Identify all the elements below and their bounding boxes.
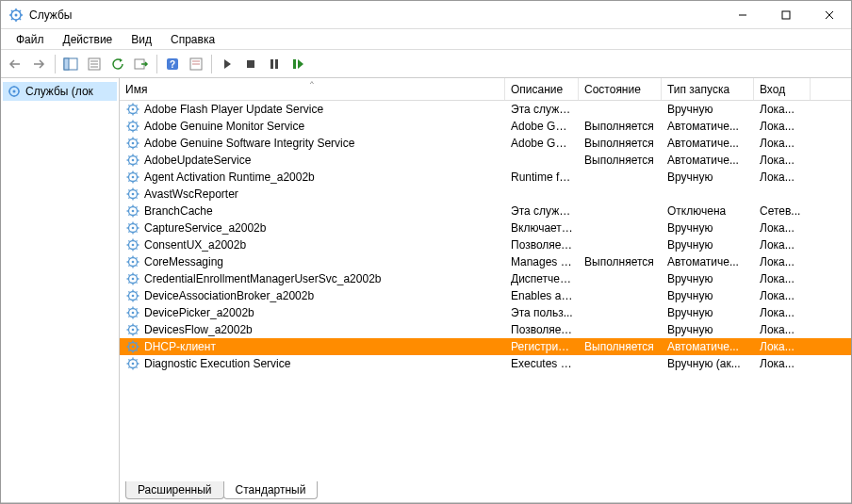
menu-file[interactable]: Файл (7, 31, 54, 48)
help-button[interactable]: ? (161, 53, 184, 75)
svg-point-67 (132, 159, 135, 162)
service-row[interactable]: CoreMessagingManages c...ВыполняетсяАвто… (120, 253, 851, 270)
svg-line-143 (137, 283, 138, 284)
service-row[interactable]: DevicesFlow_a2002bПозволяет...ВручнуюЛок… (120, 321, 851, 338)
service-name-cell: Agent Activation Runtime_a2002b (120, 169, 505, 186)
titlebar: Службы (1, 1, 851, 29)
nav-back-button[interactable] (5, 53, 27, 75)
svg-point-87 (132, 193, 135, 196)
service-row[interactable]: DeviceAssociationBroker_a2002bEnables ap… (120, 287, 851, 304)
svg-line-7 (20, 18, 22, 20)
service-startup-cell: Вручную (662, 305, 754, 320)
service-state-cell (579, 210, 662, 212)
service-name: AdobeUpdateService (144, 154, 251, 167)
svg-line-194 (128, 367, 129, 368)
stop-button[interactable] (239, 53, 262, 75)
service-row[interactable]: Agent Activation Runtime_a2002bRuntime f… (120, 169, 851, 186)
service-row[interactable]: AdobeUpdateServiceВыполняетсяАвтоматиче.… (120, 152, 851, 169)
properties-alt-button[interactable] (185, 53, 207, 75)
pause-button[interactable] (263, 53, 286, 75)
svg-line-85 (137, 172, 138, 173)
column-name[interactable]: ^Имя (120, 78, 505, 100)
tree-root-label: Службы (лок (25, 85, 93, 98)
nav-forward-button[interactable] (28, 53, 51, 75)
service-name-cell: AvastWscReporter (120, 186, 505, 203)
service-row[interactable]: DevicePicker_a2002bЭта польз...ВручнуюЛо… (120, 304, 851, 321)
svg-line-92 (128, 189, 129, 190)
svg-rect-27 (270, 59, 273, 69)
column-logon[interactable]: Вход (754, 78, 811, 100)
gear-icon (125, 322, 140, 337)
tab-extended[interactable]: Расширенный (125, 481, 224, 499)
menu-view[interactable]: Вид (122, 31, 161, 48)
column-description[interactable]: Описание (505, 78, 579, 100)
svg-line-63 (137, 147, 138, 148)
service-row[interactable]: BranchCacheЭта служб...ОтключенаСетев... (120, 203, 851, 219)
export-button[interactable] (130, 53, 153, 75)
svg-line-114 (128, 232, 129, 233)
tree-pane[interactable]: Службы (лок (1, 78, 120, 502)
tab-standard[interactable]: Стандартный (223, 481, 319, 499)
service-row[interactable]: ConsentUX_a2002bПозволяет...ВручнуюЛока.… (120, 236, 851, 253)
toolbar-separator (211, 55, 212, 73)
gear-icon (125, 153, 140, 168)
svg-line-164 (128, 317, 129, 317)
service-startup-cell: Автоматиче... (662, 136, 754, 151)
svg-line-113 (137, 232, 138, 233)
service-state-cell (579, 244, 662, 246)
maximize-button[interactable] (764, 1, 808, 29)
svg-line-122 (128, 240, 129, 241)
service-row[interactable]: DHCP-клиентРегистрир...ВыполняетсяАвтома… (120, 338, 851, 355)
svg-line-142 (128, 274, 129, 275)
service-name-cell: Adobe Flash Player Update Service (120, 101, 505, 118)
svg-line-155 (137, 291, 138, 292)
svg-line-42 (128, 105, 129, 106)
service-row[interactable]: Diagnostic Execution ServiceExecutes di.… (120, 355, 851, 372)
svg-line-192 (128, 359, 129, 360)
close-button[interactable] (808, 1, 851, 29)
restart-button[interactable] (287, 53, 309, 75)
play-button[interactable] (216, 53, 238, 75)
service-row[interactable]: CredentialEnrollmentManagerUserSvc_a2002… (120, 270, 851, 287)
svg-line-94 (128, 198, 129, 199)
service-name: CredentialEnrollmentManagerUserSvc_a2002… (144, 272, 381, 285)
show-hide-tree-button[interactable] (59, 53, 82, 75)
service-desc-cell (505, 193, 579, 195)
service-desc-cell: Manages c... (505, 254, 579, 269)
tree-root-services[interactable]: Службы (лок (3, 82, 117, 101)
service-desc-cell: Регистрир... (505, 339, 579, 354)
gear-icon (125, 170, 140, 185)
service-row[interactable]: AvastWscReporter (120, 186, 851, 203)
service-logon-cell: Лока... (754, 305, 811, 320)
menu-help[interactable]: Справка (161, 31, 224, 48)
gear-icon (125, 271, 140, 286)
minimize-button[interactable] (721, 1, 764, 29)
refresh-button[interactable] (106, 53, 129, 75)
service-row[interactable]: Adobe Genuine Software Integrity Service… (120, 135, 851, 152)
svg-line-105 (137, 206, 138, 207)
svg-point-57 (132, 142, 135, 145)
service-row[interactable]: Adobe Genuine Monitor ServiceAdobe Gen..… (120, 118, 851, 135)
service-startup-cell: Автоматиче... (662, 254, 754, 269)
service-row[interactable]: Adobe Flash Player Update ServiceЭта слу… (120, 101, 851, 118)
column-state[interactable]: Состояние (579, 78, 662, 100)
service-row[interactable]: CaptureService_a2002bВключает ...Вручную… (120, 219, 851, 236)
column-startup[interactable]: Тип запуска (662, 78, 754, 100)
service-name-cell: Adobe Genuine Monitor Service (120, 118, 505, 135)
properties-button[interactable] (83, 53, 106, 75)
svg-line-112 (128, 223, 129, 224)
service-startup-cell: Вручную (662, 288, 754, 303)
svg-point-77 (132, 176, 135, 179)
svg-line-125 (137, 240, 138, 241)
service-name-cell: AdobeUpdateService (120, 152, 505, 169)
svg-rect-29 (293, 59, 296, 69)
service-desc-cell: Executes di... (505, 356, 579, 371)
service-state-cell: Выполняется (579, 254, 662, 269)
service-state-cell: Выполняется (579, 136, 662, 151)
service-state-cell (579, 295, 662, 297)
service-list[interactable]: Adobe Flash Player Update ServiceЭта слу… (120, 101, 851, 481)
svg-line-185 (137, 342, 138, 343)
services-icon (7, 84, 22, 99)
service-state-cell: Выполняется (579, 339, 662, 354)
menu-action[interactable]: Действие (54, 31, 123, 48)
